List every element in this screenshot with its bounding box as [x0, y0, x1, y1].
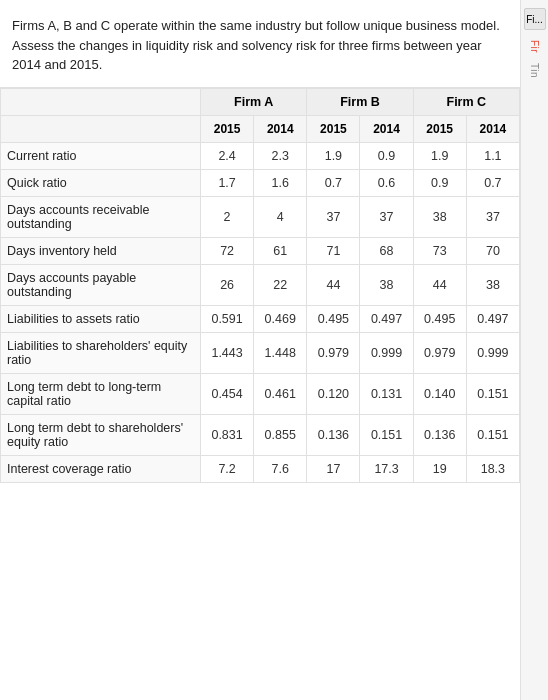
cell-value: 71	[307, 237, 360, 264]
cell-value: 0.831	[201, 414, 254, 455]
cell-value: 68	[360, 237, 413, 264]
cell-value: 0.497	[466, 305, 519, 332]
cell-value: 0.136	[413, 414, 466, 455]
cell-value: 44	[413, 264, 466, 305]
cell-value: 70	[466, 237, 519, 264]
cell-value: 0.7	[466, 169, 519, 196]
table-row: Long term debt to long-term capital rati…	[1, 373, 520, 414]
row-label: Interest coverage ratio	[1, 455, 201, 482]
cell-value: 0.979	[413, 332, 466, 373]
cell-value: 1.7	[201, 169, 254, 196]
cell-value: 0.9	[413, 169, 466, 196]
firm-c-header: Firm C	[413, 88, 519, 115]
cell-value: 2.3	[254, 142, 307, 169]
table-row: Interest coverage ratio7.27.61717.31918.…	[1, 455, 520, 482]
cell-value: 1.443	[201, 332, 254, 373]
header-years-row: 2015 2014 2015 2014 2015 2014	[1, 115, 520, 142]
cell-value: 1.6	[254, 169, 307, 196]
cell-value: 0.7	[307, 169, 360, 196]
table-row: Liabilities to shareholders' equity rati…	[1, 332, 520, 373]
cell-value: 0.151	[466, 373, 519, 414]
row-label: Days accounts receivable outstanding	[1, 196, 201, 237]
row-label: Current ratio	[1, 142, 201, 169]
firm-c-2015: 2015	[413, 115, 466, 142]
cell-value: 0.120	[307, 373, 360, 414]
row-label: Liabilities to shareholders' equity rati…	[1, 332, 201, 373]
cell-value: 0.855	[254, 414, 307, 455]
cell-value: 0.151	[466, 414, 519, 455]
side-label-fir: Fir	[529, 40, 540, 53]
table-row: Days accounts payable outstanding2622443…	[1, 264, 520, 305]
cell-value: 38	[413, 196, 466, 237]
cell-value: 0.999	[360, 332, 413, 373]
cell-value: 37	[466, 196, 519, 237]
firm-c-2014: 2014	[466, 115, 519, 142]
cell-value: 2.4	[201, 142, 254, 169]
row-label: Liabilities to assets ratio	[1, 305, 201, 332]
cell-value: 0.6	[360, 169, 413, 196]
firm-b-header: Firm B	[307, 88, 413, 115]
cell-value: 22	[254, 264, 307, 305]
side-panel: Fi... Fir Tin	[520, 0, 548, 700]
firm-a-2014: 2014	[254, 115, 307, 142]
empty-header	[1, 88, 201, 115]
cell-value: 72	[201, 237, 254, 264]
cell-value: 0.136	[307, 414, 360, 455]
cell-value: 37	[307, 196, 360, 237]
table-row: Long term debt to shareholders' equity r…	[1, 414, 520, 455]
cell-value: 0.495	[413, 305, 466, 332]
cell-value: 1.9	[307, 142, 360, 169]
firm-b-2015: 2015	[307, 115, 360, 142]
main-content: Firms A, B and C operate within the same…	[0, 0, 520, 483]
header-firms-row: Firm A Firm B Firm C	[1, 88, 520, 115]
cell-value: 0.151	[360, 414, 413, 455]
cell-value: 17.3	[360, 455, 413, 482]
row-label: Long term debt to long-term capital rati…	[1, 373, 201, 414]
row-label: Days accounts payable outstanding	[1, 264, 201, 305]
cell-value: 0.131	[360, 373, 413, 414]
cell-value: 0.9	[360, 142, 413, 169]
cell-value: 0.454	[201, 373, 254, 414]
cell-value: 44	[307, 264, 360, 305]
cell-value: 7.2	[201, 455, 254, 482]
cell-value: 1.1	[466, 142, 519, 169]
firm-b-2014: 2014	[360, 115, 413, 142]
table-wrap: Firm A Firm B Firm C 2015 2014 2015 2014…	[0, 88, 520, 483]
data-table: Firm A Firm B Firm C 2015 2014 2015 2014…	[0, 88, 520, 483]
cell-value: 7.6	[254, 455, 307, 482]
cell-value: 1.9	[413, 142, 466, 169]
side-button[interactable]: Fi...	[524, 8, 546, 30]
cell-value: 26	[201, 264, 254, 305]
cell-value: 1.448	[254, 332, 307, 373]
empty-year-header	[1, 115, 201, 142]
cell-value: 0.497	[360, 305, 413, 332]
cell-value: 17	[307, 455, 360, 482]
cell-value: 18.3	[466, 455, 519, 482]
cell-value: 37	[360, 196, 413, 237]
cell-value: 73	[413, 237, 466, 264]
table-row: Quick ratio1.71.60.70.60.90.7	[1, 169, 520, 196]
cell-value: 4	[254, 196, 307, 237]
intro-text: Firms A, B and C operate within the same…	[0, 0, 520, 88]
cell-value: 0.140	[413, 373, 466, 414]
table-row: Days accounts receivable outstanding2437…	[1, 196, 520, 237]
cell-value: 0.495	[307, 305, 360, 332]
firm-a-2015: 2015	[201, 115, 254, 142]
cell-value: 0.979	[307, 332, 360, 373]
table-row: Liabilities to assets ratio0.5910.4690.4…	[1, 305, 520, 332]
table-row: Current ratio2.42.31.90.91.91.1	[1, 142, 520, 169]
cell-value: 61	[254, 237, 307, 264]
row-label: Quick ratio	[1, 169, 201, 196]
row-label: Long term debt to shareholders' equity r…	[1, 414, 201, 455]
cell-value: 2	[201, 196, 254, 237]
cell-value: 38	[360, 264, 413, 305]
side-label-tin: Tin	[529, 63, 540, 78]
row-label: Days inventory held	[1, 237, 201, 264]
cell-value: 0.461	[254, 373, 307, 414]
firm-a-header: Firm A	[201, 88, 307, 115]
cell-value: 19	[413, 455, 466, 482]
cell-value: 0.469	[254, 305, 307, 332]
cell-value: 38	[466, 264, 519, 305]
cell-value: 0.999	[466, 332, 519, 373]
table-row: Days inventory held726171687370	[1, 237, 520, 264]
